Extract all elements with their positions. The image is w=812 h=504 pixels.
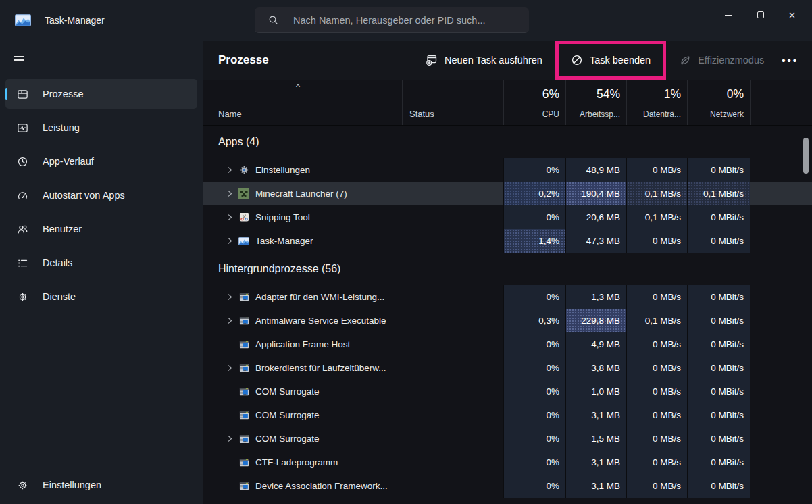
sidebar-footer: Einstellungen <box>0 470 203 504</box>
process-row-device-association-framework[interactable]: Device Association Framework...0%3,1 MB0… <box>203 474 812 498</box>
column-header-netzwerk[interactable]: 0%Netzwerk <box>687 80 750 125</box>
window-icon <box>238 316 249 326</box>
end-task-button[interactable]: Task beenden <box>564 47 657 74</box>
column-total-usage: 1% <box>664 87 681 101</box>
disk-cell: 0 MB/s <box>626 229 687 253</box>
process-row-com-surrogate[interactable]: COM Surrogate0%1,5 MB0 MB/s0 MBit/s <box>203 427 812 451</box>
maximize-button[interactable] <box>744 0 776 30</box>
minimize-icon <box>725 15 732 16</box>
cpu-cell: 0% <box>503 356 565 380</box>
navigation-menu-button[interactable] <box>12 50 32 70</box>
column-label: Name <box>218 109 242 119</box>
network-cell: 0,1 MBit/s <box>687 182 750 205</box>
expand-chevron-icon[interactable] <box>223 316 236 325</box>
sidebar-item-label: Leistung <box>43 122 80 133</box>
process-row-antimalware-service-executable[interactable]: Antimalware Service Executable0,3%229,8 … <box>203 309 812 332</box>
expand-chevron-icon[interactable] <box>223 166 236 174</box>
network-cell: 0 MBit/s <box>687 158 750 182</box>
sidebar-item-app-verlauf[interactable]: App-Verlauf <box>5 147 197 176</box>
sidebar-item-benutzer[interactable]: Benutzer <box>5 214 197 244</box>
row-spare-cell <box>750 380 812 403</box>
process-row-brokerdienst-f-r-laufzeit-berw[interactable]: Brokerdienst für Laufzeitüberw...0%3,8 M… <box>203 356 812 380</box>
process-name-cell: Minecraft Launcher (7) <box>203 182 402 205</box>
snipping-tool-icon <box>238 212 249 223</box>
column-header-arbeitssp[interactable]: 54%Arbeitssp... <box>565 80 626 125</box>
sidebar-item-leistung[interactable]: Leistung <box>5 113 197 143</box>
status-cell <box>402 451 503 474</box>
process-name-cell: Einstellungen <box>203 158 402 182</box>
sidebar-item-label: App-Verlauf <box>43 156 94 167</box>
expand-chevron-icon[interactable] <box>223 213 236 222</box>
process-name-cell: COM Surrogate <box>203 403 402 427</box>
sidebar-item-autostart-von-apps[interactable]: Autostart von Apps <box>5 180 197 210</box>
column-header-status[interactable]: Status <box>402 80 503 125</box>
process-name: Brokerdienst für Laufzeitüberw... <box>255 363 386 373</box>
services-icon <box>16 291 28 303</box>
search-box[interactable] <box>255 7 529 33</box>
scrollbar-thumb[interactable] <box>803 138 809 174</box>
process-row-minecraft-launcher-7[interactable]: Minecraft Launcher (7)0,2%190,4 MB0,1 MB… <box>203 182 812 205</box>
process-name: Minecraft Launcher (7) <box>255 188 347 199</box>
process-name: COM Surrogate <box>255 386 320 397</box>
process-row-ctf-ladeprogramm[interactable]: CTF-Ladeprogramm0%3,1 MB0 MB/s0 MBit/s <box>203 451 812 474</box>
processes-icon <box>16 88 28 100</box>
column-header-name[interactable]: ^Name <box>203 80 402 125</box>
efficiency-mode-button[interactable]: Effizienzmodus <box>672 47 771 74</box>
disk-cell: 0,1 MB/s <box>626 309 687 332</box>
network-cell: 0 MBit/s <box>687 309 750 332</box>
task-manager-logo-icon <box>15 14 31 26</box>
network-cell: 0 MBit/s <box>687 427 750 451</box>
memory-cell: 3,1 MB <box>565 474 626 498</box>
memory-cell: 47,3 MB <box>565 229 626 253</box>
close-button[interactable]: ✕ <box>776 0 808 30</box>
network-cell: 0 MBit/s <box>687 474 750 498</box>
main-panel: Prozesse Neuen Task ausführen Task beend… <box>203 41 812 504</box>
run-new-task-button[interactable]: Neuen Task ausführen <box>419 47 549 74</box>
expand-chevron-icon[interactable] <box>223 363 236 372</box>
memory-cell: 1,5 MB <box>565 427 626 451</box>
sidebar-item-einstellungen[interactable]: Einstellungen <box>5 470 197 500</box>
network-cell: 0 MBit/s <box>687 229 750 253</box>
process-name-cell: Application Frame Host <box>203 332 402 356</box>
startup-icon <box>16 189 28 201</box>
disk-cell: 0 MB/s <box>626 403 687 427</box>
column-header-cpu[interactable]: 6%CPU <box>503 80 565 125</box>
window-icon <box>238 339 249 350</box>
process-name-cell: Antimalware Service Executable <box>203 309 402 332</box>
search-icon <box>268 15 278 25</box>
search-input[interactable] <box>293 15 521 26</box>
process-row-snipping-tool[interactable]: Snipping Tool0%20,6 MB0,1 MB/s0 MBit/s <box>203 205 812 229</box>
column-header-datentr[interactable]: 1%Datenträ... <box>626 80 687 125</box>
more-options-button[interactable]: ••• <box>782 55 798 66</box>
process-row-com-surrogate[interactable]: COM Surrogate0%1,0 MB0 MB/s0 MBit/s <box>203 380 812 403</box>
titlebar: Task-Manager ✕ <box>0 0 812 41</box>
process-name-cell: Snipping Tool <box>203 205 402 229</box>
sidebar: ProzesseLeistungApp-VerlaufAutostart von… <box>0 41 203 504</box>
minimize-button[interactable] <box>713 0 744 30</box>
process-row-task-manager[interactable]: Task-Manager1,4%47,3 MB0 MB/s0 MBit/s <box>203 229 812 253</box>
process-row-einstellungen[interactable]: Einstellungen0%48,9 MB0 MB/s0 MBit/s <box>203 158 812 182</box>
row-spare-cell <box>750 182 812 205</box>
process-row-application-frame-host[interactable]: Application Frame Host0%4,9 MB0 MB/s0 MB… <box>203 332 812 356</box>
row-spare-cell <box>750 356 812 380</box>
column-label: Datenträ... <box>643 109 681 119</box>
process-name-cell: Task-Manager <box>203 229 402 253</box>
expand-chevron-icon[interactable] <box>223 189 236 198</box>
disk-cell: 0 MB/s <box>626 451 687 474</box>
window-icon <box>238 434 249 445</box>
sidebar-item-dienste[interactable]: Dienste <box>5 282 197 311</box>
process-name: CTF-Ladeprogramm <box>255 457 338 468</box>
process-row-adapter-f-r-den-wmi-leistung[interactable]: Adapter für den WMI-Leistung...0%1,3 MB0… <box>203 285 812 309</box>
column-label: CPU <box>542 109 559 119</box>
close-icon: ✕ <box>788 11 796 20</box>
memory-cell: 48,9 MB <box>565 158 626 182</box>
column-total-usage: 54% <box>597 87 620 101</box>
sidebar-item-prozesse[interactable]: Prozesse <box>5 79 197 109</box>
expand-chevron-icon[interactable] <box>223 434 236 443</box>
process-row-com-surrogate[interactable]: COM Surrogate0%3,1 MB0 MB/s0 MBit/s <box>203 403 812 427</box>
row-spare-cell <box>750 427 812 451</box>
network-cell: 0 MBit/s <box>687 205 750 229</box>
expand-chevron-icon[interactable] <box>223 293 236 301</box>
expand-chevron-icon[interactable] <box>223 236 236 245</box>
sidebar-item-details[interactable]: Details <box>5 248 197 278</box>
